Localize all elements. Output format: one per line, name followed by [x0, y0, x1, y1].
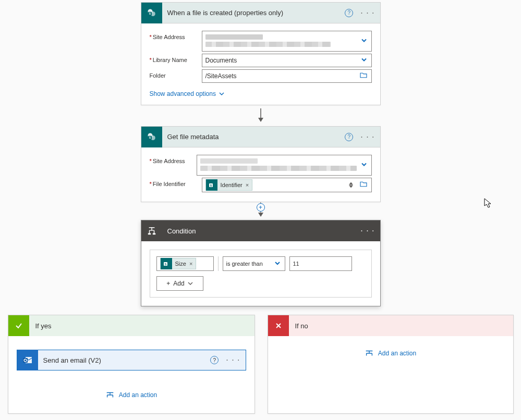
site-address-label: Site Address: [150, 155, 197, 164]
more-icon[interactable]: · · ·: [360, 133, 374, 141]
trigger-card: S When a file is created (properties onl…: [141, 2, 381, 105]
folder-field[interactable]: /SiteAssets: [202, 69, 372, 83]
add-action-link[interactable]: Add an action: [105, 391, 157, 399]
folder-value: /SiteAssets: [205, 72, 237, 80]
help-icon[interactable]: ?: [210, 356, 219, 364]
add-action-link[interactable]: Add an action: [365, 350, 416, 357]
help-icon[interactable]: ?: [345, 133, 353, 141]
add-step-icon[interactable]: +: [257, 203, 265, 212]
svg-text:S: S: [149, 12, 151, 15]
file-identifier-label: File Identifier: [150, 178, 202, 187]
remove-token-icon[interactable]: ×: [246, 182, 252, 188]
folder-picker-icon[interactable]: [360, 72, 367, 80]
identifier-token[interactable]: S Identifier ×: [205, 179, 253, 191]
library-name-field[interactable]: Documents: [202, 54, 372, 67]
condition-body: S Size × is greater than 11: [150, 250, 372, 298]
chevron-down-icon[interactable]: [274, 260, 281, 267]
if-yes-branch: If yes Send an email (V2) ? · · · Add an…: [8, 315, 255, 414]
more-icon[interactable]: · · ·: [226, 356, 240, 364]
svg-rect-10: [148, 233, 150, 235]
sharepoint-icon: S: [161, 258, 172, 269]
library-name-value: Documents: [205, 57, 237, 64]
if-no-header[interactable]: If no: [268, 315, 513, 336]
if-yes-header[interactable]: If yes: [8, 315, 255, 336]
add-condition-button[interactable]: + Add: [156, 276, 203, 291]
divider: [218, 256, 219, 271]
flow-arrow-icon: [0, 105, 521, 126]
svg-text:S: S: [164, 263, 166, 266]
get-metadata-card: S Get file metadata ? · · · Site Address: [141, 126, 381, 202]
show-advanced-link[interactable]: Show advanced options: [150, 90, 224, 97]
sharepoint-icon: S: [141, 127, 162, 147]
remove-token-icon[interactable]: ×: [189, 261, 196, 267]
trigger-title: When a file is created (properties only): [162, 9, 345, 17]
chevron-down-icon[interactable]: [361, 38, 367, 45]
more-icon[interactable]: · · ·: [360, 226, 374, 236]
svg-rect-15: [23, 358, 28, 363]
close-icon: [268, 315, 289, 336]
size-token[interactable]: S Size ×: [160, 258, 197, 269]
condition-icon: [141, 220, 162, 241]
trigger-header[interactable]: S When a file is created (properties onl…: [141, 3, 380, 23]
condition-title: Condition: [162, 227, 361, 235]
stepper-icon[interactable]: [347, 182, 355, 189]
chevron-down-icon[interactable]: [361, 57, 367, 65]
outlook-icon: [17, 350, 38, 370]
site-address-field[interactable]: [202, 31, 372, 52]
site-address-field[interactable]: [197, 155, 372, 176]
chevron-down-icon[interactable]: [361, 162, 367, 169]
send-email-card[interactable]: Send an email (V2) ? · · ·: [17, 350, 246, 370]
more-icon[interactable]: · · ·: [360, 9, 374, 17]
folder-picker-icon[interactable]: [360, 181, 367, 189]
sharepoint-icon: S: [206, 179, 217, 191]
plus-icon: +: [166, 280, 170, 287]
condition-left-field[interactable]: S Size ×: [156, 256, 214, 271]
flow-arrow-icon: [0, 213, 521, 220]
svg-text:S: S: [149, 136, 151, 139]
if-no-branch: If no Add an action: [268, 315, 514, 414]
folder-label: Folder: [150, 69, 202, 79]
redacted-text: [205, 34, 263, 40]
condition-card: Condition · · · S Size × is greater than: [141, 220, 381, 306]
condition-value-field[interactable]: 11: [289, 256, 352, 271]
redacted-text: [200, 166, 357, 171]
help-icon[interactable]: ?: [345, 9, 353, 17]
site-address-label: Site Address: [150, 31, 202, 40]
svg-text:S: S: [210, 184, 212, 187]
condition-header[interactable]: Condition · · ·: [141, 220, 380, 241]
svg-rect-11: [152, 233, 155, 235]
file-identifier-field[interactable]: S Identifier ×: [202, 178, 372, 192]
send-email-title: Send an email (V2): [38, 356, 211, 364]
library-name-label: Library Name: [150, 54, 202, 63]
get-metadata-header[interactable]: S Get file metadata ? · · ·: [141, 127, 380, 147]
redacted-text: [205, 42, 331, 47]
insert-step-connector: +: [0, 202, 521, 213]
get-metadata-title: Get file metadata: [162, 133, 345, 141]
sharepoint-icon: S: [141, 3, 162, 23]
condition-operator-field[interactable]: is greater than: [223, 256, 285, 271]
check-icon: [8, 315, 29, 336]
redacted-text: [200, 158, 258, 164]
